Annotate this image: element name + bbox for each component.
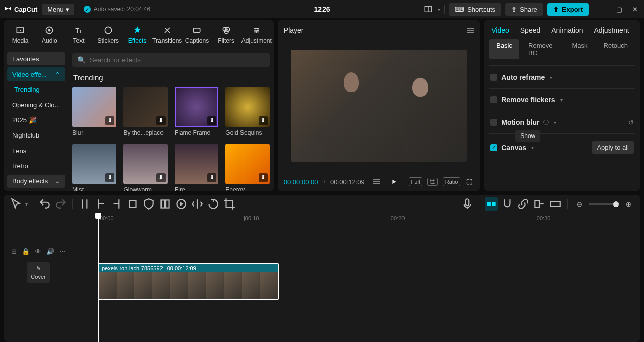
search-input[interactable] <box>90 56 265 64</box>
tab-text[interactable]: TTText <box>64 24 93 45</box>
effect-card[interactable]: ⬇Gold Sequins <box>225 87 269 136</box>
minimize-button[interactable]: — <box>598 4 608 15</box>
crop-tool[interactable] <box>126 197 139 211</box>
effect-card[interactable]: ⬇Blur <box>72 87 116 136</box>
crop-tool-2[interactable] <box>223 197 236 211</box>
sidebar-item-retro[interactable]: Retro <box>7 159 65 172</box>
subtab-mask[interactable]: Mask <box>565 39 595 59</box>
chevron-down-icon[interactable]: ▾ <box>25 201 28 207</box>
timeline-ruler[interactable]: 00:00 |00:10 |00:20 |00:30 <box>72 213 640 225</box>
sidebar-item-video-effects[interactable]: Video effe...⌃ <box>7 67 65 81</box>
undo-button[interactable] <box>38 197 51 211</box>
sidebar-item-opening[interactable]: Opening & Clo... <box>7 98 65 111</box>
effect-card[interactable]: ⬇Fire <box>175 144 218 191</box>
download-icon[interactable]: ⬇ <box>259 116 268 125</box>
effect-card[interactable]: ⬇Energy <box>225 144 269 191</box>
magnet-tool[interactable] <box>501 197 514 211</box>
effect-card[interactable]: ⬇Flame Frame <box>175 87 218 136</box>
download-icon[interactable]: ⬇ <box>259 173 268 182</box>
redo-button[interactable] <box>54 197 67 211</box>
reset-icon[interactable]: ↺ <box>628 119 634 126</box>
list-icon[interactable] <box>373 179 380 184</box>
tab-media[interactable]: Media <box>6 24 34 45</box>
fullscreen-icon[interactable] <box>465 177 474 187</box>
maximize-button[interactable]: ▢ <box>614 4 624 15</box>
tab-video[interactable]: Video <box>491 26 509 34</box>
subtab-basic[interactable]: Basic <box>489 39 519 59</box>
track-tool[interactable] <box>549 197 562 211</box>
section-canvas[interactable]: ✓ Canvas ▾ Apply to all <box>489 134 635 161</box>
ratio-button[interactable]: Ratio <box>443 177 461 186</box>
trim-left-tool[interactable] <box>94 197 107 211</box>
zoom-out-icon[interactable]: ⊖ <box>573 197 586 211</box>
play-button[interactable] <box>390 177 398 187</box>
effect-thumbnail[interactable]: ⬇ <box>72 144 116 184</box>
download-icon[interactable]: ⬇ <box>207 116 216 125</box>
sidebar-item-lens[interactable]: Lens <box>7 144 65 157</box>
effect-card[interactable]: ⬇Glowworm <box>123 144 167 191</box>
shortcuts-button[interactable]: ⌨ Shortcuts <box>449 3 501 16</box>
chevron-down-icon[interactable]: ▾ <box>560 97 563 103</box>
checkbox-checked[interactable]: ✓ <box>490 144 497 151</box>
close-button[interactable]: ✕ <box>630 4 640 15</box>
effect-card[interactable]: ⬇Mist <box>72 144 116 191</box>
tab-captions[interactable]: Captions <box>183 24 211 45</box>
cover-button[interactable]: ✎ Cover <box>27 262 49 283</box>
section-motion-blur[interactable]: Motion blur ⓘ ▾ ↺ Show <box>489 111 635 134</box>
timeline-body[interactable]: 00:00 |00:10 |00:20 |00:30 pexels-ron-la… <box>72 213 640 342</box>
search-box[interactable]: 🔍 <box>72 53 270 67</box>
playhead[interactable] <box>98 213 99 342</box>
shield-tool[interactable] <box>142 197 155 211</box>
share-button[interactable]: ⇪ Share <box>505 3 543 16</box>
preview-tool[interactable] <box>533 197 546 211</box>
checkbox[interactable] <box>490 119 497 126</box>
sidebar-item-favorites[interactable]: Favorites <box>7 52 65 65</box>
pointer-tool[interactable] <box>9 197 22 211</box>
tab-effects[interactable]: Effects <box>123 24 151 45</box>
checkbox[interactable] <box>490 74 497 81</box>
more-icon[interactable]: ⋯ <box>59 248 66 255</box>
tab-filters[interactable]: Filters <box>212 24 240 45</box>
chevron-down-icon[interactable]: ▾ <box>438 7 440 12</box>
tab-adjustment[interactable]: Adjustment <box>594 26 629 34</box>
video-clip[interactable]: pexels-ron-lach-7856592 00:00:12:09 <box>98 263 279 300</box>
section-remove-flickers[interactable]: Remove flickers ▾ <box>489 89 635 111</box>
tab-stickers[interactable]: Stickers <box>94 24 122 45</box>
full-button[interactable]: Full <box>409 177 423 186</box>
apply-to-all-button[interactable]: Apply to all <box>592 141 634 154</box>
chevron-down-icon[interactable]: ▾ <box>550 75 552 80</box>
effect-thumbnail[interactable]: ⬇ <box>72 87 116 127</box>
info-icon[interactable]: ⓘ <box>543 119 549 126</box>
rotate-tool[interactable] <box>207 197 220 211</box>
section-auto-reframe[interactable]: Auto reframe ▾ <box>489 66 635 89</box>
mic-icon[interactable] <box>461 197 474 211</box>
effect-thumbnail[interactable]: ⬇ <box>225 87 269 127</box>
split-tool[interactable] <box>78 197 91 211</box>
tab-animation[interactable]: Animation <box>551 26 583 34</box>
lock-icon[interactable]: 🔒 <box>22 248 30 255</box>
tab-transitions[interactable]: Transitions <box>152 24 182 45</box>
chevron-down-icon[interactable]: ▾ <box>531 145 534 150</box>
effect-card[interactable]: ⬇By the...eplace <box>123 87 167 136</box>
download-icon[interactable]: ⬇ <box>156 173 166 182</box>
download-icon[interactable]: ⬇ <box>105 173 114 182</box>
zoom-thumb[interactable] <box>613 201 619 207</box>
export-button[interactable]: ⬆ Export <box>547 3 589 16</box>
subtab-removebg[interactable]: Remove BG <box>521 39 563 59</box>
trim-right-tool[interactable] <box>110 197 123 211</box>
sidebar-item-trending[interactable]: Trending <box>7 83 65 96</box>
effect-thumbnail[interactable]: ⬇ <box>175 144 218 184</box>
subtab-retouch[interactable]: Retouch <box>597 39 635 59</box>
ripple-edit-tool[interactable] <box>485 197 498 211</box>
hamburger-icon[interactable] <box>467 28 474 33</box>
menu-button[interactable]: Menu ▾ <box>42 4 74 15</box>
effect-thumbnail[interactable]: ⬇ <box>123 87 167 127</box>
link-tool[interactable] <box>517 197 530 211</box>
player-viewport[interactable] <box>282 37 476 174</box>
checkbox[interactable] <box>490 96 497 103</box>
sidebar-item-2025[interactable]: 2025 🎉 <box>7 113 65 126</box>
tab-audio[interactable]: Audio <box>35 24 63 45</box>
download-icon[interactable]: ⬇ <box>156 116 166 125</box>
freeze-tool[interactable] <box>158 197 172 211</box>
download-icon[interactable]: ⬇ <box>207 173 216 182</box>
